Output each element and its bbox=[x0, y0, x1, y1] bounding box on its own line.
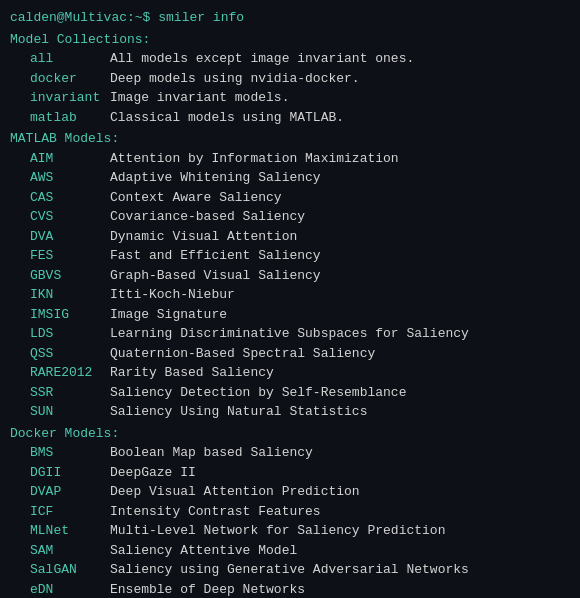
model-name: MLNet bbox=[10, 521, 110, 541]
model-desc: All models except image invariant ones. bbox=[110, 49, 414, 69]
model-name: all bbox=[10, 49, 110, 69]
model-desc: Intensity Contrast Features bbox=[110, 502, 321, 522]
model-name: DVA bbox=[10, 227, 110, 247]
model-desc: Dynamic Visual Attention bbox=[110, 227, 297, 247]
model-name: CVS bbox=[10, 207, 110, 227]
model-desc: Multi-Level Network for Saliency Predict… bbox=[110, 521, 445, 541]
model-row: RARE2012Rarity Based Saliency bbox=[10, 363, 570, 383]
model-name: DGII bbox=[10, 463, 110, 483]
model-name: SSR bbox=[10, 383, 110, 403]
model-row: dockerDeep models using nvidia-docker. bbox=[10, 69, 570, 89]
model-desc: DeepGaze II bbox=[110, 463, 196, 483]
model-name: LDS bbox=[10, 324, 110, 344]
model-name: SUN bbox=[10, 402, 110, 422]
model-desc: Image Signature bbox=[110, 305, 227, 325]
model-row: FESFast and Efficient Saliency bbox=[10, 246, 570, 266]
model-row: SSRSaliency Detection by Self-Resemblanc… bbox=[10, 383, 570, 403]
model-desc: Saliency Detection by Self-Resemblance bbox=[110, 383, 406, 403]
model-desc: Attention by Information Maximization bbox=[110, 149, 399, 169]
model-row: BMSBoolean Map based Saliency bbox=[10, 443, 570, 463]
model-desc: Ensemble of Deep Networks bbox=[110, 580, 305, 599]
model-desc: Image invariant models. bbox=[110, 88, 289, 108]
model-desc: Saliency Using Natural Statistics bbox=[110, 402, 367, 422]
model-row: AWSAdaptive Whitening Saliency bbox=[10, 168, 570, 188]
model-name: AIM bbox=[10, 149, 110, 169]
model-row: CASContext Aware Saliency bbox=[10, 188, 570, 208]
prompt-line: calden@Multivac:~$ smiler info bbox=[10, 8, 570, 28]
model-name: SAM bbox=[10, 541, 110, 561]
model-row: MLNetMulti-Level Network for Saliency Pr… bbox=[10, 521, 570, 541]
prompt-text: calden@Multivac:~$ smiler info bbox=[10, 10, 244, 25]
model-name: FES bbox=[10, 246, 110, 266]
model-name: matlab bbox=[10, 108, 110, 128]
section-header: Model Collections: bbox=[10, 30, 570, 50]
terminal: calden@Multivac:~$ smiler info Model Col… bbox=[10, 8, 570, 598]
model-row: QSSQuaternion-Based Spectral Saliency bbox=[10, 344, 570, 364]
model-row: GBVSGraph-Based Visual Saliency bbox=[10, 266, 570, 286]
model-desc: Context Aware Saliency bbox=[110, 188, 282, 208]
model-desc: Itti-Koch-Niebur bbox=[110, 285, 235, 305]
model-row: DGIIDeepGaze II bbox=[10, 463, 570, 483]
model-name: SalGAN bbox=[10, 560, 110, 580]
section-header: MATLAB Models: bbox=[10, 129, 570, 149]
model-row: allAll models except image invariant one… bbox=[10, 49, 570, 69]
model-name: BMS bbox=[10, 443, 110, 463]
model-name: QSS bbox=[10, 344, 110, 364]
model-name: RARE2012 bbox=[10, 363, 110, 383]
model-row: ICFIntensity Contrast Features bbox=[10, 502, 570, 522]
model-desc: Graph-Based Visual Saliency bbox=[110, 266, 321, 286]
model-desc: Rarity Based Saliency bbox=[110, 363, 274, 383]
model-desc: Quaternion-Based Spectral Saliency bbox=[110, 344, 375, 364]
model-row: DVAPDeep Visual Attention Prediction bbox=[10, 482, 570, 502]
model-row: SalGANSaliency using Generative Adversar… bbox=[10, 560, 570, 580]
model-row: AIMAttention by Information Maximization bbox=[10, 149, 570, 169]
model-name: invariant bbox=[10, 88, 110, 108]
model-desc: Learning Discriminative Subspaces for Sa… bbox=[110, 324, 469, 344]
model-desc: Saliency Attentive Model bbox=[110, 541, 297, 561]
model-row: CVSCovariance-based Saliency bbox=[10, 207, 570, 227]
model-desc: Saliency using Generative Adversarial Ne… bbox=[110, 560, 469, 580]
model-desc: Classical models using MATLAB. bbox=[110, 108, 344, 128]
model-desc: Deep Visual Attention Prediction bbox=[110, 482, 360, 502]
model-desc: Covariance-based Saliency bbox=[110, 207, 305, 227]
model-name: IMSIG bbox=[10, 305, 110, 325]
model-row: IMSIGImage Signature bbox=[10, 305, 570, 325]
model-desc: Boolean Map based Saliency bbox=[110, 443, 313, 463]
model-row: invariantImage invariant models. bbox=[10, 88, 570, 108]
model-name: DVAP bbox=[10, 482, 110, 502]
model-name: CAS bbox=[10, 188, 110, 208]
model-name: eDN bbox=[10, 580, 110, 599]
model-row: SUNSaliency Using Natural Statistics bbox=[10, 402, 570, 422]
model-row: eDNEnsemble of Deep Networks bbox=[10, 580, 570, 599]
model-row: DVADynamic Visual Attention bbox=[10, 227, 570, 247]
model-name: ICF bbox=[10, 502, 110, 522]
model-row: IKNItti-Koch-Niebur bbox=[10, 285, 570, 305]
model-row: LDSLearning Discriminative Subspaces for… bbox=[10, 324, 570, 344]
model-name: GBVS bbox=[10, 266, 110, 286]
model-row: matlabClassical models using MATLAB. bbox=[10, 108, 570, 128]
model-desc: Deep models using nvidia-docker. bbox=[110, 69, 360, 89]
model-name: AWS bbox=[10, 168, 110, 188]
section-header: Docker Models: bbox=[10, 424, 570, 444]
model-name: docker bbox=[10, 69, 110, 89]
model-desc: Fast and Efficient Saliency bbox=[110, 246, 321, 266]
model-row: SAMSaliency Attentive Model bbox=[10, 541, 570, 561]
model-desc: Adaptive Whitening Saliency bbox=[110, 168, 321, 188]
model-name: IKN bbox=[10, 285, 110, 305]
